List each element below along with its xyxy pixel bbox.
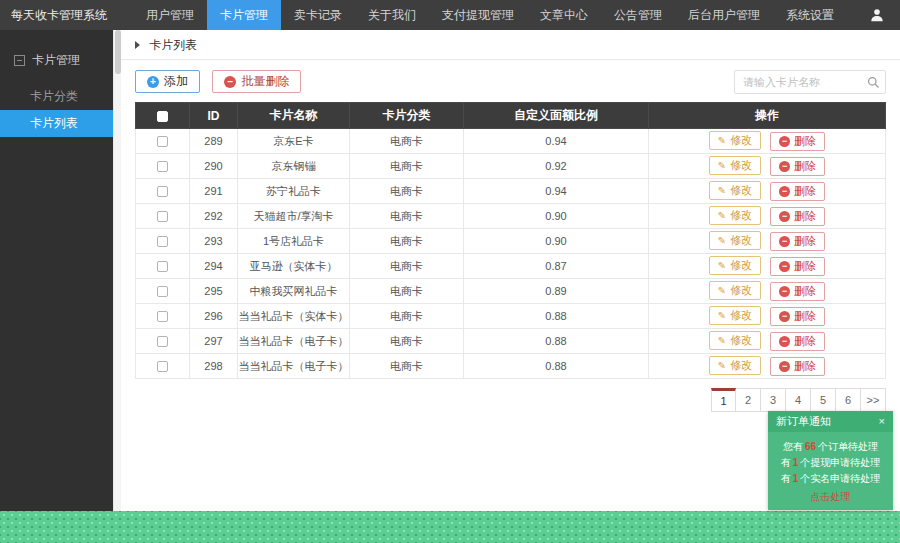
nav-item-user-mgmt[interactable]: 用户管理 <box>133 0 207 30</box>
nav-item-article-center[interactable]: 文章中心 <box>527 0 601 30</box>
nav-item-system-settings[interactable]: 系统设置 <box>773 0 847 30</box>
table-row: 291 苏宁礼品卡 电商卡 0.94 ✎修改 −删除 <box>136 179 886 204</box>
row-checkbox[interactable] <box>157 361 168 372</box>
page-button-5[interactable]: 5 <box>811 388 836 412</box>
delete-button[interactable]: −删除 <box>770 332 825 351</box>
cell-actions: ✎修改 −删除 <box>649 204 886 229</box>
sidebar-section-card-mgmt[interactable]: 卡片管理 <box>0 30 113 83</box>
minus-circle-icon: − <box>779 186 790 197</box>
search-box <box>734 70 886 94</box>
add-button[interactable]: + 添加 <box>135 70 200 93</box>
pencil-icon: ✎ <box>718 360 726 371</box>
delete-button[interactable]: −删除 <box>770 357 825 376</box>
breadcrumb: 卡片列表 <box>121 30 900 60</box>
nav-item-sell-records[interactable]: 卖卡记录 <box>281 0 355 30</box>
minus-circle-icon: − <box>779 361 790 372</box>
cell-ratio: 0.89 <box>464 279 649 304</box>
app-title: 每天收卡管理系统 <box>0 0 133 30</box>
row-checkbox[interactable] <box>157 286 168 297</box>
minus-circle-icon: − <box>779 261 790 272</box>
delete-button[interactable]: −删除 <box>770 157 825 176</box>
minus-circle-icon: − <box>779 236 790 247</box>
plus-circle-icon: + <box>147 76 159 88</box>
user-icon <box>870 8 884 22</box>
cell-id: 292 <box>190 204 238 229</box>
notification-action-link[interactable]: 点击处理 <box>774 490 887 504</box>
cell-card-name: 1号店礼品卡 <box>238 229 350 254</box>
pencil-icon: ✎ <box>718 210 726 221</box>
cell-actions: ✎修改 −删除 <box>649 154 886 179</box>
cell-card-name: 京东E卡 <box>238 129 350 154</box>
search-icon[interactable] <box>861 76 885 89</box>
table-row: 298 当当礼品卡（电子卡） 电商卡 0.88 ✎修改 −删除 <box>136 354 886 379</box>
nav-item-admin-user-mgmt[interactable]: 后台用户管理 <box>675 0 773 30</box>
page-button-6[interactable]: 6 <box>836 388 861 412</box>
cell-id: 298 <box>190 354 238 379</box>
edit-button[interactable]: ✎修改 <box>709 306 761 325</box>
page-button-4[interactable]: 4 <box>786 388 811 412</box>
user-avatar-icon[interactable] <box>854 0 900 30</box>
delete-button[interactable]: −删除 <box>770 232 825 251</box>
cell-card-category: 电商卡 <box>350 279 464 304</box>
nav-item-announcement-mgmt[interactable]: 公告管理 <box>601 0 675 30</box>
table-row: 297 当当礼品卡（电子卡） 电商卡 0.88 ✎修改 −删除 <box>136 329 886 354</box>
edit-button[interactable]: ✎修改 <box>709 331 761 350</box>
column-header-card-name: 卡片名称 <box>238 103 350 129</box>
row-checkbox[interactable] <box>157 336 168 347</box>
notification-line-realname: 有1个实名申请待处理 <box>774 471 887 487</box>
row-checkbox[interactable] <box>157 161 168 172</box>
page-button-3[interactable]: 3 <box>761 388 786 412</box>
decorative-pattern-strip <box>0 511 900 543</box>
delete-button[interactable]: −删除 <box>770 132 825 151</box>
cell-ratio: 0.87 <box>464 254 649 279</box>
select-all-checkbox[interactable] <box>157 111 168 122</box>
sidebar-item-card-category[interactable]: 卡片分类 <box>0 83 113 110</box>
row-checkbox[interactable] <box>157 211 168 222</box>
delete-button[interactable]: −删除 <box>770 307 825 326</box>
page-button-2[interactable]: 2 <box>736 388 761 412</box>
pencil-icon: ✎ <box>718 260 726 271</box>
scrollbar-track[interactable] <box>113 30 121 511</box>
row-checkbox[interactable] <box>157 236 168 247</box>
row-checkbox[interactable] <box>157 261 168 272</box>
close-icon[interactable]: × <box>879 411 885 432</box>
edit-button[interactable]: ✎修改 <box>709 131 761 150</box>
nav-item-payment-withdraw-mgmt[interactable]: 支付提现管理 <box>429 0 527 30</box>
cell-card-category: 电商卡 <box>350 154 464 179</box>
delete-button[interactable]: −删除 <box>770 282 825 301</box>
cell-id: 291 <box>190 179 238 204</box>
delete-button[interactable]: −删除 <box>770 257 825 276</box>
batch-delete-button[interactable]: − 批量删除 <box>212 70 301 93</box>
delete-button[interactable]: −删除 <box>770 207 825 226</box>
cell-card-category: 电商卡 <box>350 329 464 354</box>
pencil-icon: ✎ <box>718 185 726 196</box>
delete-button[interactable]: −删除 <box>770 182 825 201</box>
card-table: ID 卡片名称 卡片分类 自定义面额比例 操作 289 京东E卡 电商卡 0.9… <box>135 102 886 379</box>
sidebar-section-label: 卡片管理 <box>32 52 80 69</box>
minus-circle-icon: − <box>779 161 790 172</box>
edit-button[interactable]: ✎修改 <box>709 231 761 250</box>
edit-button[interactable]: ✎修改 <box>709 281 761 300</box>
pencil-icon: ✎ <box>718 335 726 346</box>
edit-button[interactable]: ✎修改 <box>709 206 761 225</box>
minus-circle-icon: − <box>779 286 790 297</box>
page-button-1[interactable]: 1 <box>711 388 736 412</box>
cell-card-category: 电商卡 <box>350 304 464 329</box>
cell-id: 290 <box>190 154 238 179</box>
batch-delete-button-label: 批量删除 <box>241 73 289 90</box>
row-checkbox[interactable] <box>157 186 168 197</box>
next-page-button[interactable]: >> <box>861 388 886 412</box>
search-input[interactable] <box>735 76 861 88</box>
edit-button[interactable]: ✎修改 <box>709 256 761 275</box>
nav-item-about-us[interactable]: 关于我们 <box>355 0 429 30</box>
cell-card-name: 当当礼品卡（电子卡） <box>238 329 350 354</box>
edit-button[interactable]: ✎修改 <box>709 356 761 375</box>
edit-button[interactable]: ✎修改 <box>709 156 761 175</box>
edit-button[interactable]: ✎修改 <box>709 181 761 200</box>
row-checkbox[interactable] <box>157 311 168 322</box>
cell-card-name: 天猫超市/享淘卡 <box>238 204 350 229</box>
sidebar-item-card-list[interactable]: 卡片列表 <box>0 110 113 137</box>
row-checkbox[interactable] <box>157 136 168 147</box>
nav-item-card-mgmt[interactable]: 卡片管理 <box>207 0 281 30</box>
cell-card-name: 苏宁礼品卡 <box>238 179 350 204</box>
